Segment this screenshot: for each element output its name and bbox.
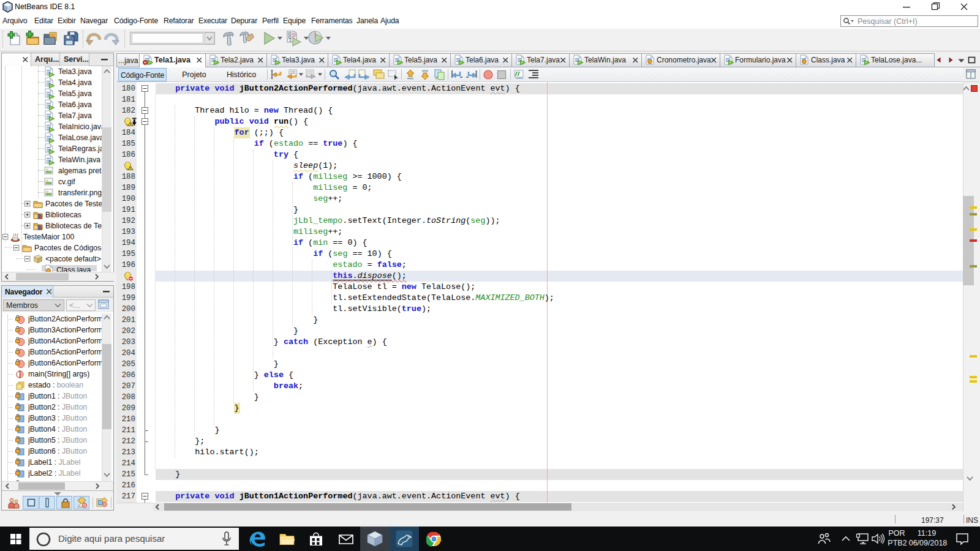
svg-text:3: 3 bbox=[289, 38, 292, 42]
